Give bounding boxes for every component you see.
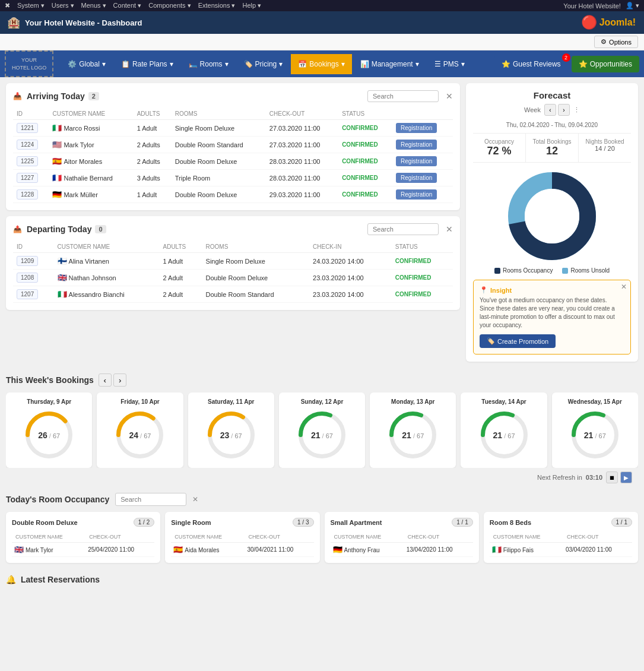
arriving-adults: 2 Adults [134, 137, 172, 153]
arriving-id: 1224 [17, 140, 38, 150]
departing-search[interactable] [367, 223, 439, 235]
sys-menu-extensions[interactable]: Extensions ▾ [198, 2, 236, 10]
legend-unsold: Rooms Unsold [562, 267, 610, 274]
registration-button[interactable]: Registration [396, 189, 437, 200]
latest-header: 🔔 Latest Reservations [6, 575, 638, 584]
opportunities-button[interactable]: ⭐ Opportunities [572, 56, 639, 72]
occ-ratio: 1 / 1 [611, 518, 632, 527]
sys-menu-menus[interactable]: Menus ▾ [81, 2, 106, 10]
options-button[interactable]: ⚙ Options [594, 36, 638, 48]
occ-card-header: Single Room 1 / 3 [171, 518, 313, 527]
occupancy-search[interactable] [115, 493, 186, 506]
arriving-search[interactable] [367, 90, 439, 102]
occ-row: 🇪🇸Aida Morales 30/04/2021 11:00 [171, 543, 313, 557]
departing-checkin: 23.03.2020 14:00 [309, 270, 392, 286]
nav-bookings[interactable]: 📅 Bookings ▾ [291, 54, 351, 74]
day-booking-card: Saturday, 11 Apr 23 / 67 [188, 393, 274, 468]
day-label: Monday, 13 Apr [373, 398, 452, 405]
circle-total: 67 [234, 432, 242, 439]
weekly-nav[interactable]: ‹ › [99, 374, 126, 387]
occupied-dot [494, 268, 500, 274]
sys-menu-system[interactable]: System ▾ [17, 2, 45, 10]
occupancy-room-card: Double Room Deluxe 1 / 2 CUSTOMER NAME C… [6, 512, 160, 563]
registration-button[interactable]: Registration [396, 140, 437, 150]
play-button[interactable]: ▶ [620, 471, 632, 483]
registration-button[interactable]: Registration [396, 173, 437, 183]
nights-stat: Nights Booked 14 / 20 [579, 134, 631, 162]
departing-status: CONFIRMED [392, 270, 453, 286]
arriving-count: 2 [88, 92, 99, 100]
donut-legend: Rooms Occupancy Rooms Unsold [494, 267, 610, 274]
day-label: Thursday, 9 Apr [9, 398, 88, 405]
nav-pms[interactable]: ☰ PMS ▾ [427, 54, 472, 74]
week-next-button[interactable]: › [558, 104, 570, 116]
refresh-label: Next Refresh in [537, 474, 582, 481]
user-icon[interactable]: 👤 ▾ [626, 2, 639, 10]
nav-management[interactable]: 📊 Management ▾ [353, 54, 426, 74]
management-icon: 📊 [360, 60, 369, 68]
occ-row: 🇩🇪Anthony Frau 13/04/2020 11:00 [331, 543, 473, 557]
gear-icon: ⚙ [601, 38, 607, 46]
departing-close[interactable]: ✕ [446, 224, 453, 234]
sys-menu-components[interactable]: Components ▾ [148, 2, 191, 10]
booking-circle: 21 / 67 [388, 410, 438, 460]
insight-close-button[interactable]: ✕ [621, 283, 627, 291]
departing-status: CONFIRMED [392, 286, 453, 303]
date-range: Thu, 02.04.2020 - Thu, 09.04.2020 [473, 122, 631, 128]
departing-room: Single Room Deluxe [202, 253, 309, 270]
dep-col-checkin: CHECK-IN [309, 241, 392, 253]
nav-rate-plans[interactable]: 📋 Rate Plans ▾ [114, 54, 180, 74]
departing-id: 1207 [17, 289, 38, 299]
more-icon[interactable]: ⋮ [573, 106, 580, 114]
col-action [392, 108, 453, 120]
departing-customer: 🇫🇮Alina Virtanen [54, 253, 160, 270]
guest-reviews-button[interactable]: ⭐ Guest Reviews 2 [494, 56, 568, 72]
occ-checkout: 25/04/2020 11:00 [85, 543, 154, 557]
create-promotion-button[interactable]: 🏷️ Create Promotion [480, 334, 556, 348]
bookings-stat: Total Bookings 12 [526, 134, 579, 162]
refresh-bar: Next Refresh in 03:10 ⏹ ▶ [6, 468, 638, 487]
occ-search-clear[interactable]: ✕ [192, 495, 198, 504]
arriving-table: ID CUSTOMER NAME ADULTS ROOMS CHECK-OUT … [13, 108, 453, 203]
departing-icon: 📤 [13, 225, 22, 233]
occ-row: 🇬🇧Mark Tylor 25/04/2020 11:00 [12, 543, 154, 557]
arriving-row: 1227 🇫🇷Nathalie Bernard 3 Adults Triple … [13, 170, 453, 186]
occ-ratio: 1 / 2 [134, 518, 154, 527]
sys-menu-help[interactable]: Help ▾ [243, 2, 262, 10]
booking-circle: 26 / 67 [24, 410, 74, 460]
nav-rooms[interactable]: 🛏️ Rooms ▾ [182, 54, 236, 74]
nav-global[interactable]: ⚙️ Global ▾ [61, 54, 113, 74]
week-prev-button[interactable]: ‹ [544, 104, 556, 116]
joomla-icon: 🔴 [581, 15, 597, 30]
sys-menu-content[interactable]: Content ▾ [113, 2, 142, 10]
col-id: ID [13, 108, 49, 120]
registration-button[interactable]: Registration [396, 156, 437, 166]
arriving-status: CONFIRMED [338, 153, 392, 170]
week-navigation[interactable]: ‹ › [544, 104, 570, 116]
forecast-stats: Occupancy 72 % Total Bookings 12 Nights … [473, 133, 631, 163]
arriving-adults: 3 Adults [134, 170, 172, 186]
arriving-id: 1221 [17, 123, 38, 133]
pricing-icon: 🏷️ [244, 60, 253, 68]
circle-total: 67 [326, 432, 333, 439]
circle-num: 21 [584, 431, 594, 440]
stop-button[interactable]: ⏹ [606, 471, 618, 483]
weekly-prev-button[interactable]: ‹ [99, 374, 112, 387]
arriving-status: CONFIRMED [338, 120, 392, 137]
sys-menu-users[interactable]: Users ▾ [52, 2, 74, 10]
circle-num: 23 [220, 431, 230, 440]
circle-num: 21 [493, 431, 503, 440]
col-rooms: ROOMS [172, 108, 266, 120]
registration-button[interactable]: Registration [396, 123, 437, 133]
refresh-buttons[interactable]: ⏹ ▶ [606, 471, 632, 483]
circle-total: 67 [599, 432, 606, 439]
occ-row: 🇮🇹Filippo Fais 03/04/2020 11:00 [490, 543, 632, 557]
departing-adults: 1 Adult [159, 253, 202, 270]
weekly-next-button[interactable]: › [113, 374, 126, 387]
arriving-close[interactable]: ✕ [446, 91, 453, 101]
nav-pricing[interactable]: 🏷️ Pricing ▾ [237, 54, 290, 74]
dep-col-id: ID [13, 241, 54, 253]
sys-menu-left[interactable]: ✖ System ▾ Users ▾ Menus ▾ Content ▾ Com… [5, 2, 261, 10]
insight-box: ✕ 📍 Insight You've got a medium occupanc… [473, 280, 631, 355]
arriving-today-card: 📥 Arriving Today 2 ✕ ID CUSTOMER NAME AD… [6, 83, 460, 210]
